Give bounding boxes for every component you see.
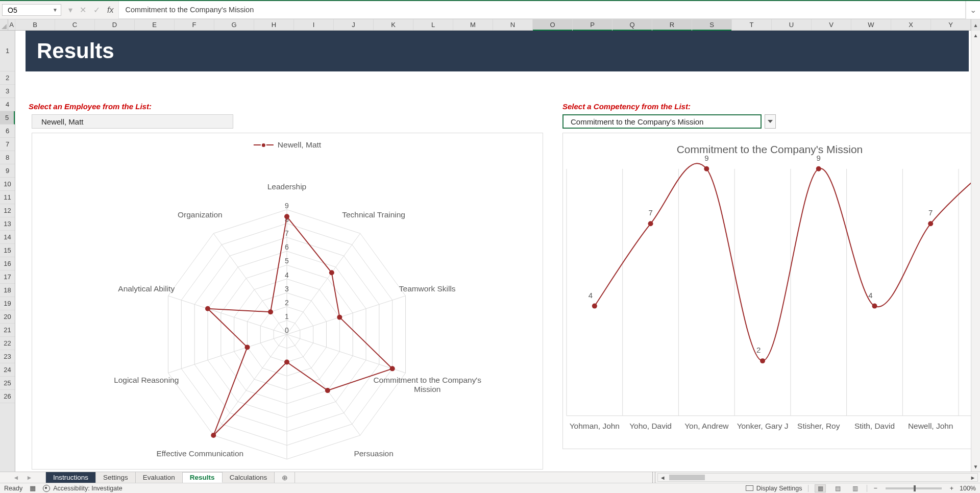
row-header-3[interactable]: 3 <box>0 85 15 98</box>
svg-text:Leadership: Leadership <box>267 182 306 191</box>
column-header-V[interactable]: V <box>812 19 851 30</box>
scroll-up-icon[interactable]: ▲ <box>973 33 978 38</box>
row-header-9[interactable]: 9 <box>0 164 15 178</box>
display-settings-button[interactable]: Display Settings <box>746 485 802 492</box>
column-header-H[interactable]: H <box>254 19 294 30</box>
row-header-7[interactable]: 7 <box>0 138 15 151</box>
tab-scroll-splitter[interactable] <box>652 472 655 483</box>
column-header-B[interactable]: B <box>15 19 55 30</box>
row-header-11[interactable]: 11 <box>0 191 15 204</box>
svg-text:Yonker, Gary J: Yonker, Gary J <box>737 422 789 430</box>
svg-line-4 <box>287 334 360 435</box>
column-header-O[interactable]: O <box>533 19 573 30</box>
column-header-F[interactable]: F <box>175 19 214 30</box>
scroll-down-icon[interactable]: ▼ <box>973 464 978 470</box>
select-all-triangle[interactable] <box>0 19 8 30</box>
row-header-20[interactable]: 20 <box>0 310 15 324</box>
hscroll-right-icon[interactable]: ► <box>968 475 977 481</box>
sheet-tab-settings[interactable]: Settings <box>96 472 136 483</box>
column-header-E[interactable]: E <box>135 19 175 30</box>
sheet-tab-evaluation[interactable]: Evaluation <box>136 472 183 483</box>
zoom-in-button[interactable]: + <box>950 485 953 492</box>
competency-cell[interactable]: Commitment to the Company's Mission <box>562 114 762 129</box>
tab-prev-icon[interactable]: ◄ <box>13 474 19 481</box>
row-header-14[interactable]: 14 <box>0 231 15 244</box>
formula-bar-expand[interactable]: ⌄ <box>966 1 980 19</box>
svg-point-65 <box>760 358 765 363</box>
zoom-slider[interactable] <box>886 487 942 489</box>
competency-label: Select a Competency from the List: <box>562 102 691 111</box>
column-header-N[interactable]: N <box>493 19 533 30</box>
row-header-10[interactable]: 10 <box>0 178 15 191</box>
accessibility-status[interactable]: Accessibility: Investigate <box>43 485 122 492</box>
row-header-2[interactable]: 2 <box>0 71 15 85</box>
accessibility-text: Accessibility: Investigate <box>53 485 122 492</box>
column-header-Q[interactable]: Q <box>612 19 652 30</box>
row-header-24[interactable]: 24 <box>0 363 15 377</box>
name-box[interactable]: O5 ▼ <box>2 4 61 16</box>
column-header-U[interactable]: U <box>772 19 812 30</box>
column-header-A[interactable]: A <box>8 19 15 30</box>
svg-line-1 <box>287 233 360 334</box>
view-normal-button[interactable]: ▦ <box>815 484 826 492</box>
column-header-J[interactable]: J <box>334 19 374 30</box>
svg-point-35 <box>284 360 289 365</box>
view-page-layout-button[interactable]: ▤ <box>832 484 843 492</box>
row-header-25[interactable]: 25 <box>0 377 15 390</box>
column-header-X[interactable]: X <box>891 19 931 30</box>
row-header-15[interactable]: 15 <box>0 244 15 257</box>
employee-select[interactable]: Newell, Matt <box>32 114 233 129</box>
confirm-icon[interactable]: ✓ <box>93 5 100 15</box>
column-header-C[interactable]: C <box>55 19 95 30</box>
competency-dropdown-button[interactable] <box>765 114 776 129</box>
sheet-tab-results[interactable]: Results <box>183 472 223 483</box>
column-scroll-up-icon[interactable]: ▲ <box>971 19 980 31</box>
row-header-21[interactable]: 21 <box>0 324 15 337</box>
column-header-D[interactable]: D <box>95 19 135 30</box>
column-header-T[interactable]: T <box>732 19 772 30</box>
dropdown-icon[interactable]: ▾ <box>68 5 72 15</box>
hscroll-thumb[interactable] <box>669 475 705 480</box>
row-header-5[interactable]: 5 <box>0 111 15 125</box>
row-header-17[interactable]: 17 <box>0 270 15 284</box>
row-header-1[interactable]: 1 <box>0 31 15 71</box>
add-sheet-button[interactable]: ⊕ <box>275 472 295 483</box>
column-header-G[interactable]: G <box>214 19 254 30</box>
column-header-P[interactable]: P <box>573 19 612 30</box>
column-header-Y[interactable]: Y <box>931 19 971 30</box>
column-header-K[interactable]: K <box>374 19 413 30</box>
column-header-W[interactable]: W <box>851 19 891 30</box>
row-header-4[interactable]: 4 <box>0 98 15 111</box>
vertical-scrollbar[interactable]: ▲ ▼ <box>971 31 980 472</box>
row-header-12[interactable]: 12 <box>0 204 15 217</box>
fx-icon[interactable]: fx <box>107 6 113 15</box>
view-page-break-button[interactable]: ▥ <box>849 484 861 492</box>
formula-bar-buttons: ▾ ✕ ✓ fx <box>63 1 118 19</box>
column-header-I[interactable]: I <box>294 19 334 30</box>
macro-record-icon[interactable]: ▦ <box>30 484 36 492</box>
hscroll-left-icon[interactable]: ◄ <box>658 475 667 481</box>
column-header-S[interactable]: S <box>692 19 732 30</box>
horizontal-scrollbar[interactable]: ◄ ► <box>657 473 978 482</box>
row-header-19[interactable]: 19 <box>0 297 15 310</box>
formula-bar[interactable]: Commitment to the Company's Mission <box>118 1 966 19</box>
column-header-M[interactable]: M <box>453 19 493 30</box>
column-header-L[interactable]: L <box>413 19 453 30</box>
worksheet-area: Results Select an Employee from the List… <box>15 31 971 472</box>
row-header-6[interactable]: 6 <box>0 125 15 138</box>
tab-next-icon[interactable]: ► <box>27 474 33 481</box>
row-header-26[interactable]: 26 <box>0 390 15 403</box>
row-header-8[interactable]: 8 <box>0 151 15 164</box>
sheet-tab-instructions[interactable]: Instructions <box>46 472 96 483</box>
row-header-23[interactable]: 23 <box>0 350 15 363</box>
row-header-18[interactable]: 18 <box>0 284 15 297</box>
sheet-tab-calculations[interactable]: Calculations <box>223 472 275 483</box>
row-header-13[interactable]: 13 <box>0 217 15 231</box>
row-header-16[interactable]: 16 <box>0 257 15 270</box>
cancel-icon[interactable]: ✕ <box>80 5 86 15</box>
chevron-down-icon[interactable]: ▼ <box>53 7 58 13</box>
column-header-R[interactable]: R <box>652 19 692 30</box>
row-header-22[interactable]: 22 <box>0 337 15 350</box>
svg-text:7: 7 <box>285 229 289 237</box>
zoom-out-button[interactable]: − <box>873 485 877 492</box>
